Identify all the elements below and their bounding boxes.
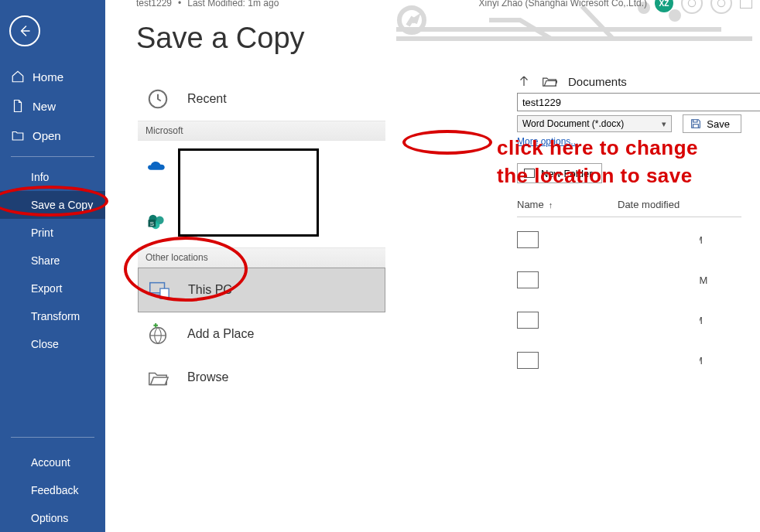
backstage-sidebar: Home New Open Info Save a Copy Print Sha… xyxy=(0,0,105,532)
nav-options[interactable]: Options xyxy=(11,504,94,532)
nav-label: Print xyxy=(31,227,53,239)
current-folder[interactable]: Documents xyxy=(568,75,627,88)
nav-feedback[interactable]: Feedback xyxy=(11,476,94,504)
location-add-place[interactable]: Add a Place xyxy=(138,312,385,356)
save-label: Save xyxy=(707,118,730,130)
nav-label: Share xyxy=(31,254,60,267)
location-label: Add a Place xyxy=(187,327,254,341)
nav-label: Save a Copy xyxy=(31,199,93,211)
nav-print[interactable]: Print xyxy=(0,219,105,247)
sort-arrow-icon: ↑ xyxy=(549,200,553,210)
nav-open[interactable]: Open xyxy=(0,121,105,150)
location-label: This PC xyxy=(188,283,232,297)
nav-account[interactable]: Account xyxy=(11,448,94,476)
add-place-icon xyxy=(145,322,170,346)
folder-icon xyxy=(517,352,539,369)
save-button[interactable]: Save xyxy=(683,114,741,133)
folder-icon xyxy=(517,271,539,288)
svg-point-0 xyxy=(399,8,424,32)
header-action-2[interactable] xyxy=(710,0,732,14)
this-pc-icon xyxy=(146,278,171,302)
col-name-label: Name xyxy=(517,199,544,210)
nav-label: Close xyxy=(31,338,59,350)
microsoft-row: S xyxy=(138,141,385,247)
nav-share[interactable]: Share xyxy=(0,247,105,275)
col-name-header[interactable]: Name ↑ xyxy=(517,199,618,210)
nav-label: Feedback xyxy=(31,484,78,496)
up-arrow-button[interactable] xyxy=(517,74,531,88)
more-options-link[interactable]: More options... xyxy=(517,136,578,147)
svg-point-4 xyxy=(717,0,724,7)
location-this-pc[interactable]: This PC xyxy=(138,268,385,312)
svg-text:S: S xyxy=(150,220,154,227)
filetype-value: Word Document (*.docx) xyxy=(522,118,624,129)
sharepoint-icon[interactable]: S xyxy=(145,212,167,230)
save-icon xyxy=(690,118,702,130)
doc-modified: Last Modified: 1m ago xyxy=(187,0,279,9)
svg-point-3 xyxy=(688,0,695,7)
folder-icon xyxy=(517,312,539,329)
nav-export[interactable]: Export xyxy=(0,275,105,302)
doc-name: test1229 xyxy=(136,0,172,9)
nav-transform[interactable]: Transform xyxy=(0,302,105,330)
nav-info[interactable]: Info xyxy=(0,163,105,191)
nav-home[interactable]: Home xyxy=(0,62,105,91)
location-label: Browse xyxy=(187,370,228,384)
page-title: Save a Copy xyxy=(136,22,305,55)
nav-label: New xyxy=(33,100,56,113)
folder-icon xyxy=(517,231,539,248)
section-other-locations: Other locations xyxy=(138,247,385,268)
svg-rect-12 xyxy=(154,295,160,296)
header-action-1[interactable] xyxy=(681,0,703,14)
redaction-overlay xyxy=(554,230,700,395)
preview-box xyxy=(178,148,319,237)
avatar[interactable]: XZ xyxy=(655,0,673,12)
new-doc-icon xyxy=(11,99,25,113)
nav-save-a-copy[interactable]: Save a Copy xyxy=(0,191,105,219)
file-list: 1/12/2021 3:56 PM 1/20/2021 11:10 AM 1/2… xyxy=(517,231,741,369)
new-folder-label: New Folder xyxy=(541,168,592,179)
window-header: test1229 • Last Modified: 1m ago Xinyi Z… xyxy=(136,0,752,9)
filename-input[interactable] xyxy=(517,93,760,111)
col-date-header[interactable]: Date modified xyxy=(618,199,741,210)
folder-open-icon xyxy=(542,74,557,88)
user-name: Xinyi Zhao (Shanghai Wicresoft Co,.Ltd.) xyxy=(479,0,647,9)
home-icon xyxy=(11,70,25,84)
new-folder-icon xyxy=(524,169,535,178)
list-header: Name ↑ Date modified xyxy=(517,199,741,217)
nav-label: Export xyxy=(31,282,62,295)
open-folder-icon xyxy=(11,128,25,142)
nav-label: Account xyxy=(31,456,70,469)
section-microsoft: Microsoft xyxy=(138,121,385,141)
location-browse[interactable]: Browse xyxy=(138,356,385,399)
header-action-3[interactable] xyxy=(740,0,752,9)
new-folder-button[interactable]: New Folder xyxy=(517,163,602,183)
save-panel: Documents Word Document (*.docx) Save Mo… xyxy=(517,74,741,392)
nav-label: Info xyxy=(31,171,49,183)
nav-label: Options xyxy=(31,512,68,524)
location-label: Recent xyxy=(187,92,227,106)
browse-folder-icon xyxy=(145,365,170,390)
onedrive-icon[interactable] xyxy=(145,156,167,175)
nav-label: Open xyxy=(33,129,61,142)
nav-new[interactable]: New xyxy=(0,91,105,121)
nav-label: Home xyxy=(33,70,63,84)
filetype-select[interactable]: Word Document (*.docx) xyxy=(517,115,672,132)
nav-separator xyxy=(11,156,94,157)
svg-rect-13 xyxy=(160,288,169,298)
locations-column: Recent Microsoft S Other locations This … xyxy=(138,77,385,399)
back-button[interactable] xyxy=(9,15,40,46)
nav-label: Transform xyxy=(31,310,80,322)
main-area: test1229 • Last Modified: 1m ago Xinyi Z… xyxy=(105,0,760,532)
nav-close[interactable]: Close xyxy=(0,330,105,358)
arrow-left-icon xyxy=(18,24,32,38)
location-recent[interactable]: Recent xyxy=(138,77,385,121)
clock-icon xyxy=(145,87,170,111)
